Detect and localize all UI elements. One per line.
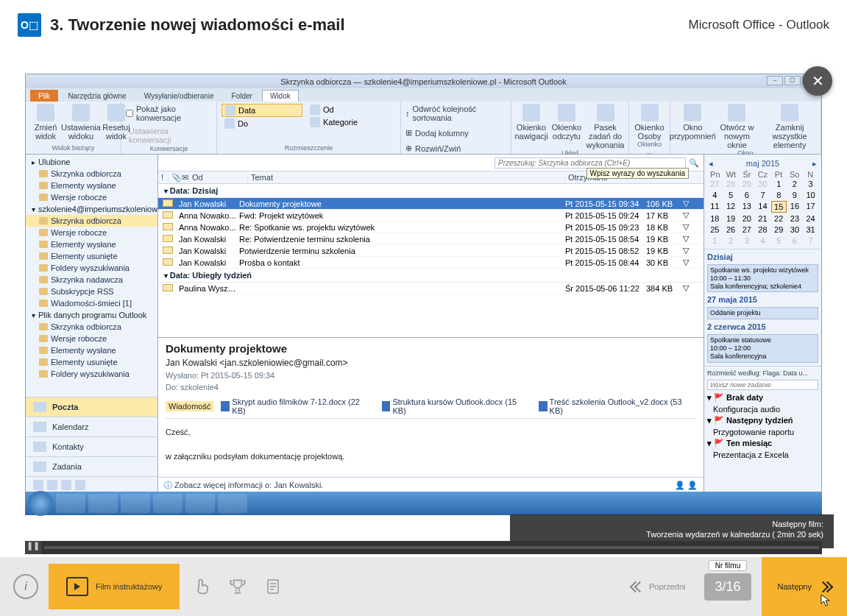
show-conversations-checkbox[interactable]: Pokaż jako konwersacje [126,104,212,123]
message-row[interactable]: Jan KowalskiRe: Potwierdzenie terminu sz… [158,233,704,245]
group-today[interactable]: ▾ Data: Dzisiaj [158,184,704,198]
people-pane-bar[interactable]: ⓘ Zobacz więcej informacji o: Jan Kowals… [158,477,704,493]
message-row[interactable]: Jan KowalskiDokumenty projektowe Pt 2015… [158,198,704,210]
message-row[interactable]: Paulina Wyszyń... Śr 2015-05-06 11:22384… [158,283,704,294]
nav-outbox[interactable]: Skrzynka nadawcza [26,274,157,286]
maximize-button[interactable]: ▢ [784,76,801,85]
start-button[interactable] [28,491,53,516]
flag-icon[interactable]: ▽ [683,234,704,244]
taskbar-item[interactable] [88,494,118,513]
message-tab[interactable]: Wiadomość [166,401,213,411]
nav-search-folders[interactable]: Foldery wyszukiwania [26,262,157,274]
taskbar-item[interactable] [185,494,215,513]
arrange-from-button[interactable]: Od [307,104,388,116]
next-month-icon[interactable]: ▸ [812,159,817,169]
arrange-date-button[interactable]: Data [222,104,302,117]
reading-pane-button[interactable]: Okienko odczytu [551,104,582,141]
nav-tasks-button[interactable]: Zadania [26,456,157,476]
tab-sendreceive[interactable]: Wysyłanie/odbieranie [136,90,222,102]
task-group[interactable]: ▾ 🚩 Następny tydzień [707,414,818,427]
nav-sent[interactable]: Elementy wysłane [26,180,157,191]
datafile-header[interactable]: ▾ Plik danych programu Outlook [26,309,157,321]
people-pane-button[interactable]: Okienko Osoby [634,104,665,141]
nav-pane-button[interactable]: Okienko nawigacji [516,104,547,141]
interactive-button[interactable] [190,574,215,599]
flag-icon[interactable]: ▽ [683,246,704,255]
message-row[interactable]: Anna Nowako...Re: Spotkanie ws. projektu… [158,222,704,233]
date-navigator[interactable]: ◂maj 2015▸ PnWtŚrCzPtSoN 272829301234567… [704,155,821,249]
task-group[interactable]: ▾ 🚩 Brak daty [707,392,818,404]
message-row[interactable]: Jan KowalskiProśba o kontakt Pt 2015-05-… [158,257,704,269]
todo-bar-button[interactable]: Pasek zadań do wykonania [586,104,624,149]
task-group[interactable]: ▾ 🚩 Ten miesiąc [707,437,818,450]
nav-sent-2[interactable]: Elementy wysłane [26,238,157,250]
nav-mail-button[interactable]: Poczta [26,397,157,417]
attachment[interactable]: Struktura kursów Outlook.docx (15 KB) [382,397,531,415]
nav-calendar-button[interactable]: Kalendarz [26,417,157,436]
nav-shortcuts[interactable] [26,476,157,493]
prev-month-icon[interactable]: ◂ [709,159,713,169]
flag-icon[interactable]: ▽ [683,258,704,267]
taskbar-item[interactable] [218,494,247,513]
video-progress[interactable]: ❚❚ [25,541,822,554]
next-button[interactable]: Następny [762,557,847,616]
conversation-settings-button[interactable]: Ustawienia konwersacji [126,126,212,145]
view-settings-button[interactable]: Ustawienia widoku [65,104,96,141]
minimize-button[interactable]: – [767,76,783,85]
close-button[interactable]: ✕ [803,66,832,96]
reminders-button[interactable]: Okno przypomnień [675,104,711,141]
info-button[interactable]: i [13,574,38,599]
nav-sent-3[interactable]: Elementy wysłane [26,344,157,356]
arrange-categories-button[interactable]: Kategorie [307,116,388,128]
change-view-button[interactable]: Zmień widok [30,104,61,141]
tab-home[interactable]: Narzędzia główne [60,90,135,102]
flag-icon[interactable]: ▽ [683,283,704,293]
group-lastweek[interactable]: ▾ Data: Ubiegły tydzień [158,269,704,283]
nav-contacts-button[interactable]: Kontakty [26,436,157,456]
nav-drafts[interactable]: Wersje robocze [26,191,157,203]
previous-button[interactable]: Poprzedni [623,581,695,592]
nav-deleted[interactable]: Elementy usunięte [26,250,157,262]
nav-inbox[interactable]: Skrzynka odbiorcza [26,168,157,180]
document-button[interactable] [261,574,286,599]
appointment[interactable]: Oddanie projektu [707,307,818,319]
flag-icon[interactable]: ▽ [683,199,704,208]
attachment[interactable]: Treść szkolenia Outlook_v2.docx (53 KB) [539,397,696,415]
appointment[interactable]: Spotkanie ws. projektu wizytówek 10:00 –… [707,264,818,292]
taskbar-item[interactable] [153,494,182,513]
nav-drafts-3[interactable]: Wersje robocze [26,333,157,344]
search-icon[interactable]: 🔍 [689,158,699,168]
favorites-header[interactable]: ▸ Ulubione [26,156,157,168]
nav-deleted-3[interactable]: Elementy usunięte [26,356,157,368]
nav-rss[interactable]: Subskrypcje RSS [26,286,157,297]
task-item[interactable]: Przygotowanie raportu [707,427,818,437]
nav-inbox-3[interactable]: Skrzynka odbiorcza [26,321,157,333]
tab-folder[interactable]: Folder [224,90,261,102]
arrange-to-button[interactable]: Do [222,118,302,130]
task-item[interactable]: Konfiguracja audio [707,404,818,414]
search-input[interactable] [495,157,686,169]
seek-bar[interactable] [44,546,819,549]
close-all-button[interactable]: Zamknij wszystkie elementy [763,104,816,149]
account-header[interactable]: ▾ szkolenie4@imperiumszkoleniowe [26,203,157,215]
tab-view[interactable]: Widok [262,90,299,102]
tab-file[interactable]: Plik [30,90,58,102]
message-row[interactable]: Anna Nowako...Fwd: Projekt wizytówek Pt … [158,210,704,222]
flag-icon[interactable]: ▽ [683,222,704,232]
taskbar-item[interactable] [121,494,150,513]
add-columns-button[interactable]: ⊞ Dodaj kolumny [405,127,469,138]
reverse-sort-button[interactable]: ↕ Odwróć kolejność sortowania [405,104,506,123]
trophy-button[interactable] [225,574,250,599]
pause-button[interactable]: ❚❚ [25,541,41,554]
nav-drafts-2[interactable]: Wersje robocze [26,227,157,238]
nav-inbox-2[interactable]: Skrzynka odbiorcza [26,215,157,227]
taskbar-item[interactable] [56,494,85,513]
task-item[interactable]: Prezentacja z Excela [707,450,818,460]
new-window-button[interactable]: Otwórz w nowym oknie [715,104,759,149]
message-row[interactable]: Jan KowalskiPotwierdzenie terminu szkole… [158,245,704,257]
flag-icon[interactable]: ▽ [683,210,704,220]
expand-collapse-button[interactable]: ⊕ Rozwiń/Zwiń [405,143,461,154]
nav-junk[interactable]: Wiadomości-śmieci [1] [26,297,157,309]
new-task-input[interactable] [707,380,818,390]
instructional-film-button[interactable]: Film instruktażowy [49,564,180,609]
